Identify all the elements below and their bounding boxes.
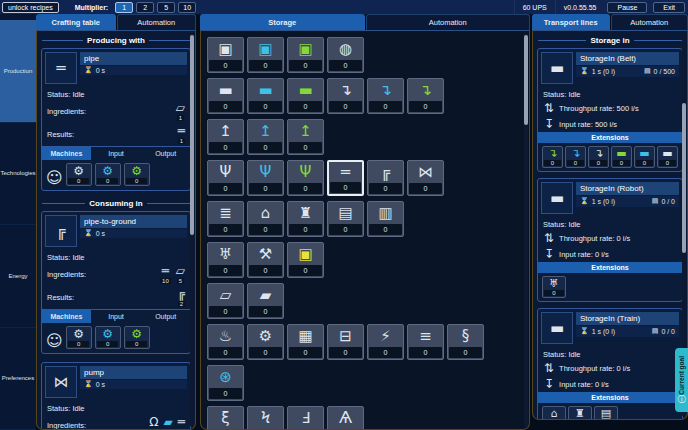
recipe-tab-machines[interactable]: Machines (42, 310, 91, 323)
extension-cell-locomotive-white[interactable]: ♜0 (568, 406, 592, 420)
storage-icon-box: ▬ (541, 312, 573, 344)
cell-power-pole-white[interactable]: Ψ0 (207, 160, 244, 196)
recipe-tab-output[interactable]: Output (141, 147, 190, 160)
current-goal-tab[interactable]: Current goal ⓘ (675, 348, 688, 412)
cell-rail-white[interactable]: ≣0 (207, 201, 244, 237)
ingredients-label: Ingredients: (47, 107, 86, 116)
unlock-recipes-button[interactable]: unlock recipes (2, 2, 59, 13)
cell-fluid-wagon-white[interactable]: ▥0 (367, 201, 404, 237)
extension-cell-belt-green[interactable]: ▬0 (611, 146, 632, 168)
cell-chest-cyan[interactable]: ▣0 (247, 37, 284, 73)
extensions-bar[interactable]: Extensions (538, 392, 682, 403)
multiplier-button-10[interactable]: 10 (178, 2, 196, 13)
pause-button[interactable]: Pause (607, 2, 647, 13)
extension-cell-logistic-robot-white[interactable]: ♅0 (542, 276, 566, 298)
cell-chest-white[interactable]: ▣0 (207, 37, 244, 73)
cell-inserter-white[interactable]: ↥0 (207, 119, 244, 155)
machine-cell-assembler-cyan[interactable]: ⚙0 (95, 163, 121, 186)
extensions-bar[interactable]: Extensions (538, 132, 682, 143)
machine-cell-assembler-cyan[interactable]: ⚙0 (95, 326, 121, 349)
multiplier-button-2[interactable]: 2 (136, 2, 154, 13)
recipe-tab-input[interactable]: Input (92, 310, 141, 323)
crafting-tab-crafting-table[interactable]: Crafting table (36, 14, 116, 30)
sidebar-item-technologies[interactable]: Technologies (0, 123, 36, 226)
left-scrollbar[interactable] (190, 33, 194, 427)
extension-cell-belt-cyan[interactable]: ▬0 (634, 146, 655, 168)
cell-locomotive-white[interactable]: ♜0 (287, 201, 324, 237)
multiplier-button-5[interactable]: 5 (157, 2, 175, 13)
recipe-card-pipe: ═pipe⌛0 sStatus: IdleIngredients:▱1Resul… (41, 48, 191, 191)
cell-solar-panel-white[interactable]: ▦0 (287, 324, 324, 360)
extension-cell-train-stop-white[interactable]: ⌂0 (542, 406, 566, 420)
power-pole-icon: Ψ (248, 161, 283, 183)
cell-chest-green[interactable]: ▣0 (287, 37, 324, 73)
pumpjack-icon: Ѧ (328, 407, 363, 429)
recipe-tab-output[interactable]: Output (141, 310, 190, 323)
cell-train-stop-white[interactable]: ⌂0 (247, 201, 284, 237)
assembler-icon: ⚙ (73, 327, 84, 341)
extension-cell-cargo-wagon-white[interactable]: ▤0 (594, 406, 618, 420)
crafting-tab-automation[interactable]: Automation (117, 14, 197, 30)
machine-cell-assembler-white[interactable]: ⚙0 (66, 326, 92, 349)
cell-logistic-robot-white[interactable]: ♅0 (207, 242, 244, 278)
storage-title: StorageIn (Train) (576, 312, 679, 325)
extension-cell-belt-white[interactable]: ▬0 (657, 146, 678, 168)
multiplier-button-1[interactable]: 1 (115, 2, 133, 13)
cell-steel-plate-white[interactable]: ▰0 (247, 283, 284, 319)
cell-heater-white[interactable]: §0 (447, 324, 484, 360)
cell-belt-green[interactable]: ▬0 (287, 78, 324, 114)
extension-cell-underground-belt-green[interactable]: ↴0 (542, 146, 563, 168)
iron-plate-icon: ▱ (176, 265, 185, 277)
cell-pipe-white[interactable]: ═0 (327, 160, 364, 196)
cell-steam-turbine-white[interactable]: ⚙0 (247, 324, 284, 360)
recipe-tab-machines[interactable]: Machines (42, 147, 91, 160)
cell-power-plant-white[interactable]: ⚡0 (367, 324, 404, 360)
cell-turbine-cyan[interactable]: ⊛0 (207, 365, 244, 401)
extension-cell-underground-belt-white[interactable]: ↴0 (588, 146, 609, 168)
cargo-wagon-icon: ▤ (601, 407, 611, 420)
belt-icon: ▬ (550, 61, 564, 76)
cell-power-pole-cyan[interactable]: Ψ0 (247, 160, 284, 196)
cell-underground-belt-white[interactable]: ↴0 (327, 78, 364, 114)
cell-chest-yellow[interactable]: ▣0 (287, 242, 324, 278)
cell-construction-robot-white[interactable]: ⚒0 (247, 242, 284, 278)
storage-tab-automation[interactable]: Automation (366, 14, 531, 30)
sidebar-item-preferences[interactable]: Preferences (0, 328, 36, 430)
cell-accumulator-white[interactable]: ⊟0 (327, 324, 364, 360)
cell-offshore-pump-white[interactable]: Ⅎ0 (287, 406, 324, 430)
sidebar-item-energy[interactable]: Energy (0, 225, 36, 328)
throughput-value: Throughput rate: 0 i/s (559, 234, 630, 243)
cell-auger-drill-white[interactable]: ξ0 (207, 406, 244, 430)
recipe-tab-input[interactable]: Input (92, 147, 141, 160)
cell-power-pole-green[interactable]: Ψ0 (287, 160, 324, 196)
sidebar-item-production[interactable]: Production (0, 20, 36, 123)
extensions-bar[interactable]: Extensions (538, 262, 682, 273)
cell-heat-pipe-white[interactable]: ≡0 (407, 324, 444, 360)
cell-belt-cyan[interactable]: ▬0 (247, 78, 284, 114)
storage-card-storagein-train-: ▬StorageIn (Train)⌛1 s (0 i)▤0 / 0Status… (537, 308, 683, 420)
exit-button[interactable]: Exit (653, 2, 685, 13)
cell-count: 0 (209, 347, 242, 358)
machine-cell-assembler-green[interactable]: ⚙0 (124, 163, 150, 186)
cell-electric-drill-white[interactable]: Ϟ0 (247, 406, 284, 430)
cell-pump-white[interactable]: ⋈0 (407, 160, 444, 196)
throughput-icon: ⇅ (544, 102, 554, 114)
cell-cargo-wagon-white[interactable]: ▤0 (327, 201, 364, 237)
cell-underground-belt-cyan[interactable]: ↴0 (367, 78, 404, 114)
cell-boiler-white[interactable]: ♨0 (207, 324, 244, 360)
transport-tab-transport-lines[interactable]: Transport lines (532, 14, 610, 30)
machine-cell-assembler-white[interactable]: ⚙0 (66, 163, 92, 186)
cell-iron-plate-white[interactable]: ▱0 (207, 283, 244, 319)
transport-tab-automation[interactable]: Automation (611, 14, 688, 30)
cell-tank-white[interactable]: ◍0 (327, 37, 364, 73)
machine-cell-assembler-green[interactable]: ⚙0 (124, 326, 150, 349)
cell-underground-belt-green[interactable]: ↴0 (407, 78, 444, 114)
extension-cell-underground-belt-cyan[interactable]: ↴0 (565, 146, 586, 168)
cell-pumpjack-white[interactable]: Ѧ0 (327, 406, 364, 430)
storage-tab-storage[interactable]: Storage (200, 14, 365, 30)
cell-pipe-to-ground-white[interactable]: ╔0 (367, 160, 404, 196)
cell-inserter-green[interactable]: ↥0 (287, 119, 324, 155)
cell-belt-white[interactable]: ▬0 (207, 78, 244, 114)
cell-inserter-cyan[interactable]: ↥0 (247, 119, 284, 155)
middle-scrollbar[interactable] (524, 33, 528, 427)
